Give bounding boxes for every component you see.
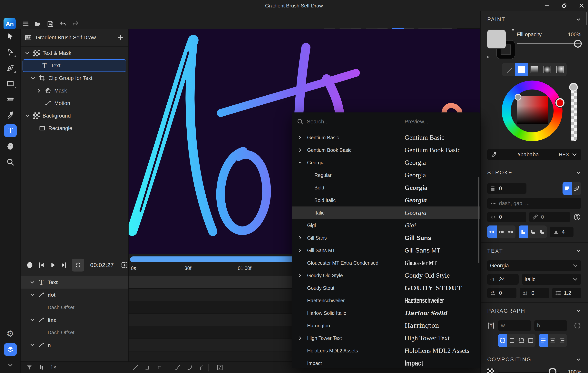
font-item-gill-sans[interactable]: Gill SansGill Sans bbox=[292, 232, 480, 244]
gradient-tool[interactable] bbox=[0, 92, 21, 107]
menu-icon[interactable] bbox=[22, 20, 29, 28]
expand-chevron[interactable] bbox=[296, 271, 304, 279]
timeline-row-dot[interactable]: dot bbox=[21, 289, 128, 301]
align-center-button[interactable] bbox=[548, 334, 557, 347]
expand-chevron[interactable] bbox=[28, 316, 36, 324]
stroke-section-header[interactable]: STROKE bbox=[487, 164, 581, 179]
color-hex-value[interactable]: #bababa bbox=[497, 151, 559, 158]
size-clip-button[interactable] bbox=[517, 334, 526, 347]
alpha-slider[interactable] bbox=[571, 84, 577, 141]
tree-item-text-mask[interactable]: Text & Mask bbox=[21, 47, 128, 59]
font-family-select[interactable]: Georgia bbox=[487, 260, 581, 271]
saturation-square[interactable] bbox=[517, 96, 548, 124]
tree-item-rectangle[interactable]: Rectangle bbox=[21, 122, 128, 135]
linear-ease-icon[interactable] bbox=[132, 364, 139, 371]
expand-chevron[interactable] bbox=[296, 234, 304, 242]
layer-opacity-slider[interactable] bbox=[498, 368, 560, 373]
font-item-gentium-book-basic[interactable]: Gentium Book BasicGentium Book Basic bbox=[292, 144, 480, 156]
timeline-row-n[interactable]: n bbox=[21, 339, 128, 351]
tree-item-motion[interactable]: Motion bbox=[21, 97, 128, 110]
timeline-row-dash-offset[interactable]: Dash Offset bbox=[21, 326, 128, 339]
app-logo[interactable]: An bbox=[3, 18, 16, 30]
expand-chevron[interactable] bbox=[296, 134, 304, 141]
timeline-row-text[interactable]: TText bbox=[21, 276, 128, 289]
chevron-down-icon[interactable] bbox=[571, 151, 578, 158]
filter-icon[interactable] bbox=[26, 364, 33, 371]
size-fixed-button[interactable] bbox=[526, 334, 536, 347]
ease-in-out-icon[interactable] bbox=[174, 364, 181, 371]
font-item-goudy-stout[interactable]: Goudy StoutGOUDY STOUT bbox=[292, 282, 480, 294]
footsteps-icon[interactable] bbox=[38, 364, 45, 371]
ease-in-icon[interactable] bbox=[186, 364, 193, 371]
paint-radial-gradient-button[interactable] bbox=[541, 63, 554, 76]
layers-button[interactable] bbox=[0, 342, 21, 357]
open-folder-icon[interactable] bbox=[34, 20, 41, 28]
fill-opacity-slider[interactable] bbox=[517, 40, 581, 48]
size-auto-height-button[interactable] bbox=[507, 334, 517, 347]
select-tool[interactable] bbox=[0, 29, 21, 44]
custom-ease-icon[interactable] bbox=[216, 364, 223, 371]
text-tool[interactable]: T bbox=[0, 123, 21, 138]
font-item-georgia[interactable]: GeorgiaGeorgia bbox=[292, 156, 480, 169]
font-item-hololens-mdl2-assets[interactable]: HoloLens MDL2 AssetsHoloLens MDL2 Assets bbox=[292, 344, 480, 357]
close-icon[interactable] bbox=[578, 3, 585, 9]
playback-speed[interactable]: 1× bbox=[50, 364, 56, 371]
undo-icon[interactable] bbox=[59, 20, 67, 28]
swap-fill-stroke-icon[interactable] bbox=[486, 52, 493, 59]
zoom-tool[interactable] bbox=[0, 154, 21, 170]
stroke-arc-corner-button[interactable] bbox=[572, 182, 581, 195]
letter-spacing-field[interactable]: VA 0 bbox=[487, 288, 516, 298]
size-auto-button[interactable] bbox=[498, 334, 507, 347]
expand-chevron[interactable] bbox=[296, 334, 304, 342]
tree-item-background[interactable]: Background bbox=[21, 110, 128, 122]
restore-icon[interactable] bbox=[561, 3, 567, 9]
stroke-width-field[interactable]: 0 bbox=[487, 183, 526, 194]
dash-offset-field[interactable]: 0 bbox=[487, 212, 526, 222]
paint-section-header[interactable]: PAINT bbox=[487, 11, 581, 26]
ease-out-icon[interactable] bbox=[199, 364, 206, 371]
compositing-section-header[interactable]: COMPOSITING bbox=[487, 351, 581, 366]
prev-keyframe-button[interactable] bbox=[36, 260, 46, 270]
cap-project-button[interactable] bbox=[506, 226, 515, 238]
play-button[interactable] bbox=[48, 260, 58, 270]
hold-start-ease-icon[interactable] bbox=[157, 364, 163, 371]
tree-item-text[interactable]: TText bbox=[22, 59, 126, 72]
fill-stroke-swatches[interactable] bbox=[487, 28, 517, 60]
expand-chevron[interactable] bbox=[296, 159, 304, 166]
cap-butt-button[interactable] bbox=[487, 226, 497, 238]
scene-header[interactable]: Gradient Brush Self Draw bbox=[21, 29, 128, 47]
join-round-button[interactable] bbox=[528, 226, 537, 238]
font-style-select[interactable]: Italic bbox=[522, 274, 581, 285]
expand-chevron[interactable] bbox=[28, 341, 36, 349]
dash-pattern-field[interactable]: dash, gap, ... bbox=[487, 198, 581, 209]
add-keyframe-icon[interactable] bbox=[121, 261, 128, 269]
add-icon[interactable] bbox=[117, 34, 124, 41]
timeline-row-dash-offset[interactable]: Dash Offset bbox=[21, 301, 128, 314]
font-item-bold[interactable]: BoldGeorgia bbox=[292, 181, 480, 194]
align-right-button[interactable] bbox=[557, 334, 567, 347]
font-item-regular[interactable]: RegularGeorgia bbox=[292, 169, 480, 181]
link-size-icon[interactable] bbox=[574, 322, 581, 330]
paint-none-button[interactable] bbox=[502, 63, 515, 76]
stroke-length-field[interactable]: 0 bbox=[529, 212, 570, 222]
font-item-high-tower-text[interactable]: High Tower TextHigh Tower Text bbox=[292, 332, 480, 344]
font-item-goudy-old-style[interactable]: Goudy Old StyleGoudy Old Style bbox=[292, 269, 480, 282]
expand-chevron[interactable] bbox=[28, 278, 36, 286]
font-item-harrington[interactable]: HarringtonHarrington bbox=[292, 319, 480, 332]
timecode[interactable]: 00:02:27 bbox=[90, 262, 114, 268]
miter-limit-field[interactable]: 4 bbox=[550, 227, 574, 237]
font-item-gentium-basic[interactable]: Gentium BasicGentium Basic bbox=[292, 131, 480, 144]
font-size-field[interactable]: TT 24 bbox=[487, 274, 519, 285]
record-button[interactable] bbox=[25, 260, 35, 270]
saturation-handle[interactable] bbox=[515, 94, 521, 101]
minimize-icon[interactable] bbox=[544, 3, 550, 9]
direct-select-tool[interactable] bbox=[0, 44, 21, 60]
join-miter-button[interactable] bbox=[519, 226, 528, 238]
expand-chevron[interactable] bbox=[296, 247, 304, 254]
loop-button[interactable] bbox=[72, 259, 84, 271]
font-item-gloucester-mt-extra-condensed[interactable]: Gloucester MT Extra CondensedGloucester … bbox=[292, 257, 480, 269]
help-icon[interactable] bbox=[573, 213, 581, 221]
stroke-round-corner-button[interactable] bbox=[563, 182, 572, 195]
pen-tool[interactable] bbox=[0, 60, 21, 76]
align-left-button[interactable] bbox=[539, 334, 548, 347]
